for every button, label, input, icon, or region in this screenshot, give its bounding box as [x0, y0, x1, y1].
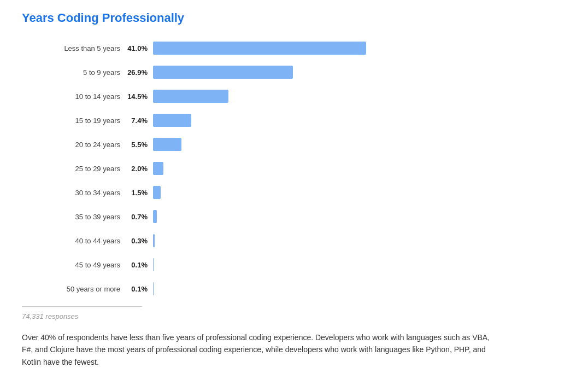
bar-label: 20 to 24 years [44, 141, 126, 149]
bar-row: 45 to 49 years0.1% [44, 258, 566, 271]
bar-pct-label: 0.3% [126, 237, 153, 245]
bar-track [153, 114, 566, 127]
bar-label: 10 to 14 years [44, 92, 126, 101]
bar-pct-label: 41.0% [126, 44, 153, 52]
bar-fill [153, 42, 366, 55]
bar-track [153, 186, 566, 199]
bar-fill [153, 114, 191, 127]
bar-track [153, 162, 566, 175]
bar-row: 50 years or more0.1% [44, 282, 566, 295]
bar-fill [153, 258, 154, 271]
bar-track [153, 138, 566, 151]
bar-fill [153, 90, 228, 103]
bar-pct-label: 2.0% [126, 165, 153, 173]
bar-label: 15 to 19 years [44, 116, 126, 125]
bar-row: 20 to 24 years5.5% [44, 138, 566, 151]
bar-label: 40 to 44 years [44, 237, 126, 245]
chart-title: Years Coding Professionally [22, 11, 566, 25]
bar-pct-label: 0.7% [126, 213, 153, 221]
responses-count: 74,331 responses [22, 312, 566, 320]
chart-container: Less than 5 years41.0%5 to 9 years26.9%1… [44, 42, 566, 295]
divider [22, 306, 142, 307]
bar-label: 5 to 9 years [44, 68, 126, 77]
bar-row: 15 to 19 years7.4% [44, 114, 566, 127]
bar-pct-label: 5.5% [126, 141, 153, 149]
bar-fill [153, 66, 293, 79]
bar-label: 45 to 49 years [44, 261, 126, 269]
chart-description: Over 40% of respondents have less than f… [22, 331, 492, 368]
bar-track [153, 42, 566, 55]
bar-row: 25 to 29 years2.0% [44, 162, 566, 175]
bar-fill [153, 186, 161, 199]
bar-track [153, 210, 566, 223]
bar-fill [153, 282, 154, 295]
bar-pct-label: 1.5% [126, 189, 153, 197]
bar-pct-label: 7.4% [126, 116, 153, 125]
bar-row: Less than 5 years41.0% [44, 42, 566, 55]
bar-row: 10 to 14 years14.5% [44, 90, 566, 103]
bar-pct-label: 0.1% [126, 285, 153, 293]
bar-track [153, 90, 566, 103]
bar-fill [153, 138, 181, 151]
bar-row: 35 to 39 years0.7% [44, 210, 566, 223]
bar-track [153, 282, 566, 295]
bar-label: 30 to 34 years [44, 189, 126, 197]
bar-track [153, 258, 566, 271]
bar-track [153, 66, 566, 79]
bar-label: 35 to 39 years [44, 213, 126, 221]
bar-fill [153, 162, 163, 175]
bar-row: 5 to 9 years26.9% [44, 66, 566, 79]
bar-label: Less than 5 years [44, 44, 126, 52]
bar-row: 30 to 34 years1.5% [44, 186, 566, 199]
bar-pct-label: 26.9% [126, 68, 153, 77]
bar-fill [153, 210, 157, 223]
bar-fill [153, 234, 155, 247]
bar-label: 25 to 29 years [44, 165, 126, 173]
bar-row: 40 to 44 years0.3% [44, 234, 566, 247]
bar-track [153, 234, 566, 247]
bar-pct-label: 14.5% [126, 92, 153, 101]
bar-pct-label: 0.1% [126, 261, 153, 269]
bar-label: 50 years or more [44, 285, 126, 293]
